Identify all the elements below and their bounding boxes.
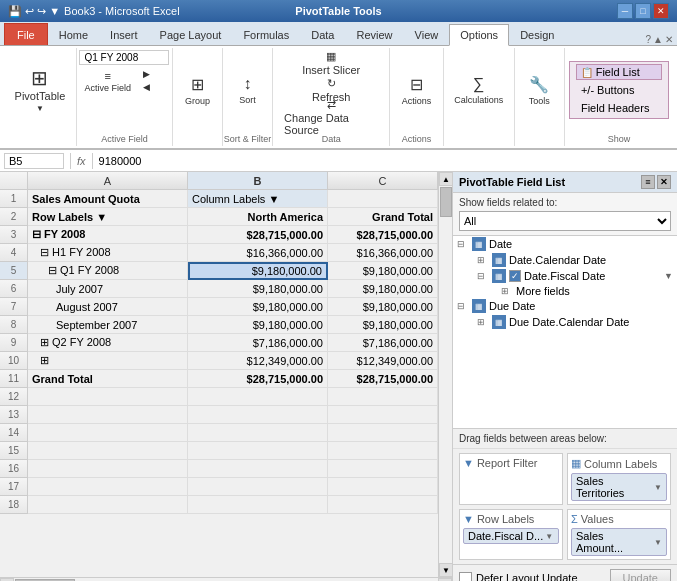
- date-expand-icon[interactable]: ⊟: [457, 239, 469, 249]
- panel-layout-btn[interactable]: ≡: [641, 175, 655, 189]
- cell-c3[interactable]: $28,715,000.00: [328, 226, 438, 244]
- cell-c12[interactable]: [328, 388, 438, 406]
- help-icon[interactable]: ?: [646, 34, 652, 45]
- field-headers-btn[interactable]: Field Headers: [576, 100, 662, 116]
- cell-c17[interactable]: [328, 478, 438, 496]
- tree-item-due-date[interactable]: ⊟ ▦ Due Date: [453, 298, 677, 314]
- cell-b1[interactable]: Column Labels ▼: [188, 190, 328, 208]
- sort-btn[interactable]: ↕ Sort: [230, 62, 266, 118]
- cell-a10[interactable]: ⊞: [28, 352, 188, 370]
- fiscal-expand-icon[interactable]: ⊟: [477, 271, 489, 281]
- tab-options[interactable]: Options: [449, 24, 509, 46]
- drag-area-column-labels[interactable]: ▦ Column Labels Sales Territories ▼: [567, 453, 671, 505]
- tree-item-more-fields[interactable]: ⊞ More fields: [473, 284, 677, 298]
- col-header-c[interactable]: C: [328, 172, 438, 190]
- cell-b6[interactable]: $9,180,000.00: [188, 280, 328, 298]
- cell-b2[interactable]: North America: [188, 208, 328, 226]
- cell-c9[interactable]: $7,186,000.00: [328, 334, 438, 352]
- fields-dropdown[interactable]: All: [459, 211, 671, 231]
- cell-a2[interactable]: Row Labels ▼: [28, 208, 188, 226]
- pivottable-button[interactable]: ⊞ PivotTable ▼: [8, 62, 73, 118]
- tab-page-layout[interactable]: Page Layout: [149, 23, 233, 45]
- cell-c2[interactable]: Grand Total: [328, 208, 438, 226]
- drag-area-row-labels[interactable]: ▼ Row Labels Date.Fiscal D... ▼: [459, 509, 563, 560]
- cell-a8[interactable]: September 2007: [28, 316, 188, 334]
- cell-c11[interactable]: $28,715,000.00: [328, 370, 438, 388]
- cell-a4[interactable]: ⊟ H1 FY 2008: [28, 244, 188, 262]
- more-fields-expand-icon[interactable]: ⊞: [501, 286, 513, 296]
- due-calendar-expand-icon[interactable]: ⊞: [477, 317, 489, 327]
- minimize-btn[interactable]: ─: [617, 3, 633, 19]
- cell-c18[interactable]: [328, 496, 438, 514]
- cell-a13[interactable]: [28, 406, 188, 424]
- cell-b3[interactable]: $28,715,000.00: [188, 226, 328, 244]
- tab-review[interactable]: Review: [345, 23, 403, 45]
- tab-data[interactable]: Data: [300, 23, 345, 45]
- cell-c7[interactable]: $9,180,000.00: [328, 298, 438, 316]
- fiscal-checkbox[interactable]: ✓: [509, 270, 521, 282]
- cell-a7[interactable]: August 2007: [28, 298, 188, 316]
- cell-a14[interactable]: [28, 424, 188, 442]
- sales-amount-dropdown-icon[interactable]: ▼: [654, 538, 662, 547]
- cell-a1[interactable]: Sales Amount Quota: [28, 190, 188, 208]
- tab-insert[interactable]: Insert: [99, 23, 149, 45]
- cell-b4[interactable]: $16,366,000.00: [188, 244, 328, 262]
- fiscal-date-dropdown-icon[interactable]: ▼: [545, 532, 553, 541]
- maximize-btn[interactable]: □: [635, 3, 651, 19]
- actions-btn[interactable]: ⊟ Actions: [395, 62, 439, 118]
- cell-a3[interactable]: ⊟ FY 2008: [28, 226, 188, 244]
- cell-c8[interactable]: $9,180,000.00: [328, 316, 438, 334]
- group-btn[interactable]: ⊞ Group: [178, 62, 217, 118]
- cell-c16[interactable]: [328, 460, 438, 478]
- cell-a15[interactable]: [28, 442, 188, 460]
- cell-c6[interactable]: $9,180,000.00: [328, 280, 438, 298]
- expand-icon[interactable]: ▲: [653, 34, 663, 45]
- tab-home[interactable]: Home: [48, 23, 99, 45]
- cell-a9[interactable]: ⊞ Q2 FY 2008: [28, 334, 188, 352]
- collapse-field-btn[interactable]: ◀: [138, 81, 155, 93]
- tree-item-fiscal-date[interactable]: ⊟ ▦ ✓ Date.Fiscal Date ▼: [473, 268, 677, 284]
- change-data-source-btn[interactable]: ⇄ Change Data Source: [279, 104, 383, 130]
- calculations-btn[interactable]: ∑ Calculations: [447, 62, 510, 118]
- insert-slicer-btn[interactable]: ▦ Insert Slicer: [297, 50, 365, 76]
- cell-b12[interactable]: [188, 388, 328, 406]
- cell-b16[interactable]: [188, 460, 328, 478]
- plus-minus-btn[interactable]: +/- Buttons: [576, 82, 662, 98]
- due-date-expand-icon[interactable]: ⊟: [457, 301, 469, 311]
- panel-controls[interactable]: ≡ ✕: [641, 175, 671, 189]
- drag-area-report-filter[interactable]: ▼ Report Filter: [459, 453, 563, 505]
- defer-label[interactable]: Defer Layout Update: [459, 572, 578, 582]
- cell-c15[interactable]: [328, 442, 438, 460]
- scroll-up-btn[interactable]: ▲: [439, 172, 452, 186]
- cell-b13[interactable]: [188, 406, 328, 424]
- cell-a16[interactable]: [28, 460, 188, 478]
- cell-c13[interactable]: [328, 406, 438, 424]
- cell-b11[interactable]: $28,715,000.00: [188, 370, 328, 388]
- cell-a6[interactable]: July 2007: [28, 280, 188, 298]
- cell-c4[interactable]: $16,366,000.00: [328, 244, 438, 262]
- cell-reference[interactable]: [4, 153, 64, 169]
- cell-b8[interactable]: $9,180,000.00: [188, 316, 328, 334]
- col-header-a[interactable]: A: [28, 172, 188, 190]
- panel-close-btn[interactable]: ✕: [657, 175, 671, 189]
- close-ribbon-icon[interactable]: ✕: [665, 34, 673, 45]
- window-controls[interactable]: ─ □ ✕: [617, 3, 669, 19]
- sales-territories-dropdown-icon[interactable]: ▼: [654, 483, 662, 492]
- scroll-down-btn[interactable]: ▼: [439, 563, 452, 577]
- drag-area-values[interactable]: Σ Values Sales Amount... ▼: [567, 509, 671, 560]
- cell-a18[interactable]: [28, 496, 188, 514]
- update-btn[interactable]: Update: [610, 569, 671, 581]
- vertical-scrollbar[interactable]: ▲ ▼: [438, 172, 452, 577]
- active-field-input[interactable]: Q1 FY 2008: [79, 50, 169, 65]
- horizontal-scrollbar[interactable]: ◀ ▶: [0, 577, 452, 581]
- tree-item-calendar-date[interactable]: ⊞ ▦ Date.Calendar Date: [473, 252, 677, 268]
- cell-a5[interactable]: ⊟ Q1 FY 2008: [28, 262, 188, 280]
- cell-c5[interactable]: $9,180,000.00: [328, 262, 438, 280]
- tab-formulas[interactable]: Formulas: [232, 23, 300, 45]
- col-header-b[interactable]: B: [188, 172, 328, 190]
- cell-b18[interactable]: [188, 496, 328, 514]
- cell-a12[interactable]: [28, 388, 188, 406]
- tab-file[interactable]: File: [4, 23, 48, 45]
- cell-c10[interactable]: $12,349,000.00: [328, 352, 438, 370]
- pivottable-dropdown-icon[interactable]: ▼: [36, 104, 44, 113]
